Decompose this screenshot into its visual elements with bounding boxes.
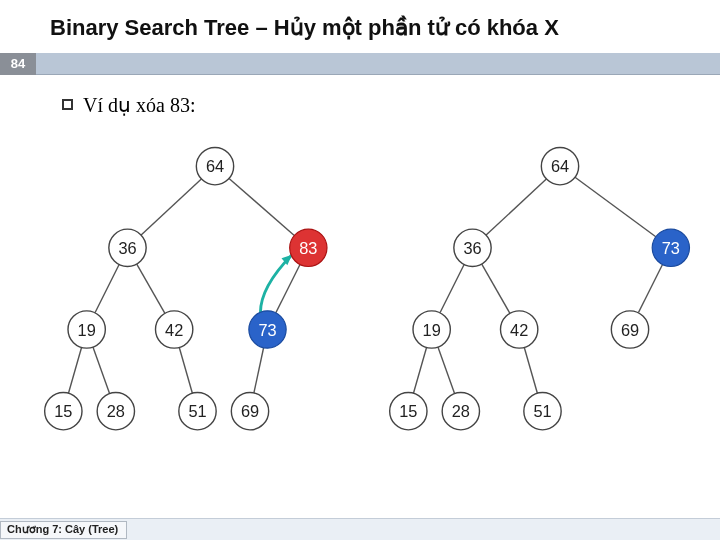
bullet-icon	[62, 99, 73, 110]
tree-node-label: 73	[662, 238, 680, 256]
tree-node-label: 42	[165, 320, 183, 338]
tree-after: 643673194269152851	[385, 137, 700, 452]
svg-line-1	[229, 178, 294, 235]
svg-line-12	[440, 264, 464, 312]
tree-node-label: 64	[551, 157, 569, 175]
tree-node-label: 19	[78, 320, 96, 338]
tree-node-label: 51	[188, 402, 206, 420]
svg-line-6	[93, 347, 110, 394]
svg-line-13	[482, 264, 510, 313]
slide-number-bar: 84	[0, 53, 720, 75]
slide-footer: Chương 7: Cây (Tree)	[0, 518, 720, 540]
svg-line-10	[486, 178, 546, 234]
tree-node-label: 36	[118, 238, 136, 256]
svg-line-11	[575, 177, 656, 237]
slide-title: Binary Search Tree – Hủy một phần tử có …	[0, 0, 720, 53]
slide-number: 84	[0, 53, 36, 75]
tree-diagrams: 64368319427315285169 643673194269152851	[0, 127, 720, 452]
tree-before: 64368319427315285169	[40, 137, 355, 452]
tree-node-label: 15	[54, 402, 72, 420]
bullet-item: Ví dụ xóa 83:	[62, 93, 690, 117]
svg-line-14	[638, 264, 662, 312]
tree-node-label: 28	[452, 402, 470, 420]
svg-line-5	[68, 347, 81, 393]
svg-line-15	[413, 347, 426, 393]
tree-node-label: 19	[423, 320, 441, 338]
bullet-text: Ví dụ xóa 83:	[83, 93, 195, 117]
tree-node-label: 69	[241, 402, 259, 420]
tree-node-label: 69	[621, 320, 639, 338]
svg-line-7	[179, 347, 192, 393]
tree-node-label: 42	[510, 320, 528, 338]
svg-line-8	[254, 347, 264, 392]
tree-node-label: 36	[463, 238, 481, 256]
svg-line-0	[141, 178, 201, 234]
footer-text: Chương 7: Cây (Tree)	[0, 521, 127, 539]
tree-node-label: 64	[206, 157, 224, 175]
svg-line-3	[137, 264, 165, 313]
svg-line-4	[276, 264, 300, 312]
tree-node-label: 15	[399, 402, 417, 420]
tree-node-label: 83	[299, 238, 317, 256]
svg-line-16	[438, 347, 455, 394]
svg-line-17	[524, 347, 537, 393]
slide-body: Ví dụ xóa 83:	[0, 75, 720, 127]
tree-node-label: 73	[258, 320, 276, 338]
tree-node-label: 51	[533, 402, 551, 420]
slide-stripe	[36, 53, 720, 75]
tree-node-label: 28	[107, 402, 125, 420]
svg-line-2	[95, 264, 119, 312]
